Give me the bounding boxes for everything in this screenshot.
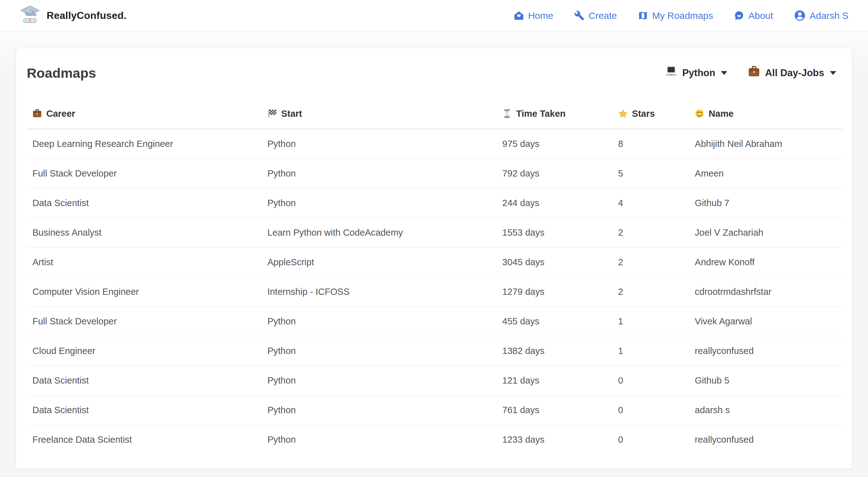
table-row[interactable]: Computer Vision Engineer Internship - IC… bbox=[26, 277, 842, 307]
chat-icon bbox=[734, 10, 744, 21]
nav-item-label: Adarsh S bbox=[810, 10, 848, 21]
brand-logo[interactable]: ReallyConfused. bbox=[20, 5, 127, 27]
name-cell: reallyconfused bbox=[688, 425, 842, 455]
start-cell: Learn Python with CodeAcademy bbox=[261, 218, 496, 248]
column-header-time-taken: Time Taken bbox=[496, 100, 612, 129]
nav-item-about[interactable]: About bbox=[734, 10, 773, 21]
nav-item-create[interactable]: Create bbox=[574, 10, 617, 21]
table-row[interactable]: Cloud Engineer Python 1382 days 1 really… bbox=[26, 336, 842, 366]
column-header-name: Name bbox=[688, 100, 842, 129]
time-taken-cell: 3045 days bbox=[496, 248, 612, 277]
table-row[interactable]: Deep Learning Research Engineer Python 9… bbox=[26, 129, 842, 159]
time-taken-cell: 761 days bbox=[496, 396, 612, 425]
time-taken-cell: 975 days bbox=[496, 129, 612, 159]
map-icon bbox=[638, 10, 648, 21]
laptop-icon bbox=[665, 66, 677, 80]
grin-icon bbox=[695, 109, 704, 121]
table-row[interactable]: Full Stack Developer Python 792 days 5 A… bbox=[26, 159, 842, 189]
time-taken-cell: 1553 days bbox=[496, 218, 612, 248]
start-cell: Internship - ICFOSS bbox=[261, 277, 496, 307]
time-taken-cell: 792 days bbox=[496, 159, 612, 189]
start-cell: Python bbox=[261, 307, 496, 336]
stars-cell: 2 bbox=[612, 277, 688, 307]
column-label: Name bbox=[709, 108, 734, 118]
language-filter-value: Python bbox=[682, 67, 715, 79]
table-header-row: Career bbox=[26, 100, 842, 129]
roadmaps-table: Career bbox=[26, 100, 842, 454]
name-cell: Andrew Konoff bbox=[688, 248, 842, 277]
start-cell: AppleScript bbox=[261, 248, 496, 277]
nav-item-home[interactable]: Home bbox=[514, 10, 553, 21]
name-cell: Github 7 bbox=[688, 189, 842, 218]
stars-cell: 8 bbox=[612, 129, 688, 159]
home-icon bbox=[514, 10, 524, 21]
caret-down-icon bbox=[830, 71, 836, 75]
table-row[interactable]: Data Scientist Python 121 days 0 Github … bbox=[26, 366, 842, 396]
start-cell: Python bbox=[261, 336, 496, 366]
page-title: Roadmaps bbox=[27, 65, 96, 81]
table-row[interactable]: Full Stack Developer Python 455 days 1 V… bbox=[26, 307, 842, 336]
name-cell: Abhijith Neil Abraham bbox=[688, 129, 842, 159]
nav-item-my-roadmaps[interactable]: My Roadmaps bbox=[638, 10, 713, 21]
column-label: Time Taken bbox=[516, 108, 566, 118]
table-row[interactable]: Data Scientist Python 244 days 4 Github … bbox=[26, 189, 842, 218]
career-cell: Full Stack Developer bbox=[26, 159, 261, 189]
user-circle-icon bbox=[794, 10, 806, 22]
start-cell: Python bbox=[261, 396, 496, 425]
column-header-stars: Stars bbox=[612, 100, 688, 129]
column-header-career: Career bbox=[26, 100, 261, 129]
column-label: Stars bbox=[632, 108, 655, 118]
stars-cell: 1 bbox=[612, 307, 688, 336]
career-cell: Data Scientist bbox=[26, 189, 261, 218]
career-cell: Computer Vision Engineer bbox=[26, 277, 261, 307]
nav-item-label: Create bbox=[589, 10, 617, 21]
nav-item-user[interactable]: Adarsh S bbox=[794, 10, 848, 22]
time-taken-cell: 244 days bbox=[496, 189, 612, 218]
career-cell: Business Analyst bbox=[26, 218, 261, 248]
nav-item-label: About bbox=[748, 10, 773, 21]
name-cell: Github 5 bbox=[688, 366, 842, 396]
wrench-icon bbox=[574, 10, 585, 21]
name-cell: reallyconfused bbox=[688, 336, 842, 366]
hourglass-icon bbox=[502, 109, 512, 121]
career-cell: Data Scientist bbox=[26, 396, 261, 425]
checkered-flag-icon bbox=[268, 109, 277, 121]
stars-cell: 0 bbox=[612, 366, 688, 396]
roadmaps-card: Roadmaps Python bbox=[16, 48, 852, 469]
table-row[interactable]: Business Analyst Learn Python with CodeA… bbox=[26, 218, 842, 248]
career-cell: Full Stack Developer bbox=[26, 307, 261, 336]
navbar: ReallyConfused. Home Create bbox=[0, 0, 868, 31]
caret-down-icon bbox=[721, 71, 727, 75]
briefcase-icon bbox=[748, 66, 760, 80]
nav-items: Home Create My Roadmaps bbox=[514, 10, 848, 22]
jobs-filter-dropdown[interactable]: All Day-Jobs bbox=[748, 66, 836, 80]
stars-cell: 2 bbox=[612, 248, 688, 277]
table-row[interactable]: Artist AppleScript 3045 days 2 Andrew Ko… bbox=[26, 248, 842, 277]
filters: Python All Day-Jobs bbox=[665, 66, 836, 80]
table-row[interactable]: Data Scientist Python 761 days 0 adarsh … bbox=[26, 396, 842, 425]
table-row[interactable]: Freelance Data Scientist Python 1233 day… bbox=[26, 425, 842, 455]
start-cell: Python bbox=[261, 189, 496, 218]
star-icon bbox=[618, 109, 628, 121]
graduation-cap-icon bbox=[20, 5, 40, 27]
start-cell: Python bbox=[261, 425, 496, 455]
stars-cell: 2 bbox=[612, 218, 688, 248]
brand-title: ReallyConfused. bbox=[46, 10, 127, 22]
column-header-start: Start bbox=[261, 100, 496, 129]
career-cell: Data Scientist bbox=[26, 366, 261, 396]
time-taken-cell: 1279 days bbox=[496, 277, 612, 307]
name-cell: Joel V Zachariah bbox=[688, 218, 842, 248]
career-cell: Artist bbox=[26, 248, 261, 277]
time-taken-cell: 1382 days bbox=[496, 336, 612, 366]
column-label: Start bbox=[281, 108, 302, 118]
stars-cell: 4 bbox=[612, 189, 688, 218]
nav-item-label: My Roadmaps bbox=[652, 10, 713, 21]
name-cell: cdrootrmdashrfstar bbox=[688, 277, 842, 307]
start-cell: Python bbox=[261, 129, 496, 159]
language-filter-dropdown[interactable]: Python bbox=[665, 66, 727, 80]
column-label: Career bbox=[46, 108, 75, 118]
time-taken-cell: 121 days bbox=[496, 366, 612, 396]
main-content: Roadmaps Python bbox=[0, 31, 868, 477]
career-cell: Cloud Engineer bbox=[26, 336, 261, 366]
nav-item-label: Home bbox=[528, 10, 553, 21]
